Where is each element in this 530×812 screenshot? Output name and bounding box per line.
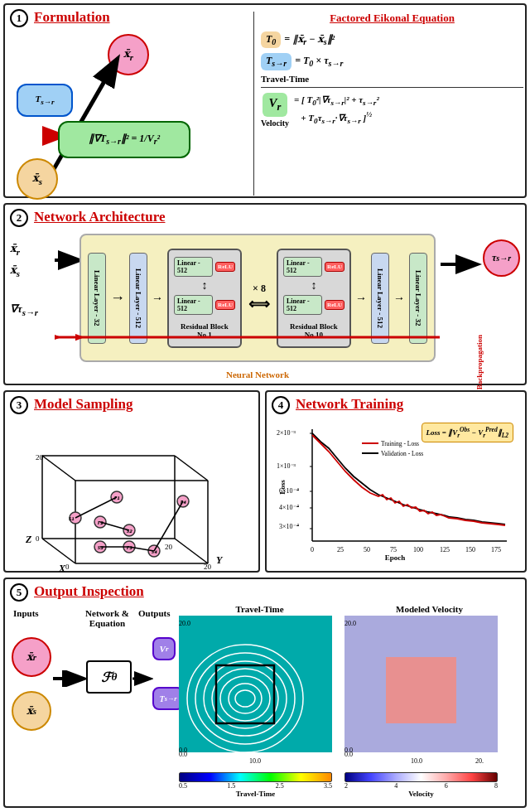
svg-text:Training - Loss: Training - Loss — [381, 440, 419, 447]
svg-text:20.0: 20.0 — [344, 620, 356, 627]
tsr-eq: = T0 × τs→r — [295, 55, 343, 68]
velocity-label: Velocity — [261, 118, 289, 128]
modeled-velocity-map: Modeled Velocity 20.0 0.0 0.0 10.0 20. 2… — [344, 604, 514, 798]
tsr-equation: Ts→r = T0 × τs→r — [261, 53, 523, 70]
mv-cb-max: 8 — [494, 782, 498, 790]
arrow-after-512a: → — [152, 292, 163, 305]
vr-label: Vr — [263, 93, 288, 117]
tt-title: Travel-Time — [179, 604, 340, 614]
mv-cb-mid2: 6 — [445, 782, 448, 790]
xs-bubble: x̄s — [17, 158, 58, 200]
x8-indicator: × 8 ⟺ — [245, 283, 273, 313]
arrow-after-res10: → — [355, 292, 367, 305]
sec5-io-diagram: Inputs Network &Equation Outputs x̄r x̄s… — [10, 604, 176, 803]
svg-text:20.: 20. — [475, 757, 484, 765]
svg-text:Z: Z — [25, 534, 32, 545]
res-block-1-inner: Linear - 512 ReLU ↕ Linear - 512 ReLU — [174, 257, 235, 315]
svg-text:75: 75 — [390, 546, 397, 553]
t0-label: T0 — [261, 31, 281, 48]
svg-text:0: 0 — [311, 546, 314, 553]
svg-text:Epoch: Epoch — [385, 553, 406, 562]
tt-cb-min: 0.5 — [179, 782, 187, 790]
tt-colormap-svg: 20.0 0.0 0.0 10.0 — [179, 616, 340, 769]
mv-cb-min: 2 — [344, 782, 348, 790]
travel-time-map: Travel-Time — [179, 604, 340, 798]
section4-title: Network Training — [296, 396, 403, 413]
input-to-f-arrow — [53, 670, 86, 687]
svg-rect-75 — [179, 616, 332, 752]
xr-input-bubble: x̄r — [12, 637, 51, 677]
svg-line-7 — [42, 539, 75, 563]
section5-header: 5 Output Inspection — [10, 583, 144, 602]
sec5-colormaps: Travel-Time — [179, 604, 523, 803]
section4-num: 4 — [272, 396, 290, 414]
tt-colorbar-label: Travel-Time — [179, 790, 332, 798]
tt-cb-mid2: 2.5 — [276, 782, 284, 790]
mv-cb-mid1: 4 — [394, 782, 398, 790]
res-linear-2: Linear - 512 ReLU — [174, 295, 235, 315]
mv-colorbar-label: Velocity — [344, 790, 498, 798]
xs-label: x̄s — [32, 172, 42, 186]
svg-text:150: 150 — [465, 546, 475, 553]
3d-plot: Z X Y 20 0 20 20 0 s₁ s₂ s₃ s₄ r₁ r₂ r₃ … — [9, 410, 249, 572]
svg-text:0: 0 — [36, 534, 40, 543]
section2-header: 2 Network Architecture — [10, 209, 165, 227]
section5-num: 5 — [10, 583, 28, 602]
chart-inner: Loss = ‖VrObs − VrPred‖L2 2×10⁻³ 1×10⁻³ … — [275, 421, 515, 566]
res-linear-10-2: Linear - 512 ReLU — [283, 295, 344, 315]
svg-text:10.0: 10.0 — [411, 757, 422, 765]
section-output-inspection: 5 Output Inspection Inputs Network &Equa… — [3, 578, 527, 808]
output-arrow — [441, 254, 482, 275]
svg-text:2×10⁻³: 2×10⁻³ — [277, 429, 296, 437]
mv-colorbar — [344, 772, 498, 782]
outputs-label: Outputs — [138, 608, 171, 618]
svg-text:25: 25 — [337, 546, 344, 553]
res-linear-10-1: Linear - 512 ReLU — [283, 257, 344, 277]
backprop-arrow — [75, 321, 444, 354]
loss-chart-svg: 2×10⁻³ 1×10⁻³ 6×10⁻⁴ 4×10⁻⁴ 3×10⁻⁴ 0 25 … — [275, 425, 511, 562]
svg-text:20: 20 — [36, 453, 44, 462]
formulation-equations: Factored Eikonal Equation T0 = ‖x̄r − x̄… — [253, 12, 523, 196]
input-nabla: ∇τs→r — [10, 302, 38, 315]
mv-title: Modeled Velocity — [344, 604, 514, 614]
section1-title: Formulation — [34, 9, 110, 26]
res-linear-1: Linear - 512 ReLU — [174, 257, 235, 277]
inputs-label: Inputs — [13, 608, 39, 618]
nn-label: Neural Network — [80, 370, 436, 379]
svg-text:175: 175 — [491, 546, 501, 553]
x8-label: × 8 — [253, 283, 266, 295]
xs-input-bubble: x̄s — [12, 691, 51, 731]
section-model-sampling: 3 Model Sampling Z X Y 20 0 20 20 0 s₁ — [3, 390, 260, 573]
svg-text:20.0: 20.0 — [179, 620, 190, 627]
t0-equation: T0 = ‖x̄r − x̄s‖² — [261, 31, 523, 48]
section-formulation: 1 Formulation x̄r Ts→r — [3, 3, 527, 198]
svg-text:0: 0 — [65, 563, 70, 571]
section2-num: 2 — [10, 209, 28, 227]
svg-text:10.0: 10.0 — [249, 757, 261, 765]
t0-eq: = ‖x̄r − x̄s‖² — [284, 33, 335, 46]
svg-text:20: 20 — [204, 563, 212, 571]
res-block-10-inner: Linear - 512 ReLU ↕ Linear - 512 ReLU — [283, 257, 344, 315]
svg-text:s₄: s₄ — [151, 548, 157, 555]
section1-header: 1 Formulation — [10, 9, 110, 27]
tt-cb-max: 3.5 — [324, 782, 332, 790]
section2-title: Network Architecture — [34, 209, 165, 225]
travel-time-label: Travel-Time — [261, 74, 523, 88]
input-xs: x̄s — [10, 263, 38, 278]
input-xr: x̄r — [10, 242, 38, 257]
nabla-bubble: ‖∇Ts→r‖² = 1/Vr² — [58, 121, 190, 158]
svg-text:20: 20 — [165, 543, 173, 551]
formulation-diagram: x̄r Ts→r — [8, 30, 248, 194]
svg-line-12 — [175, 456, 208, 481]
f-theta-block: ℱθ — [86, 660, 132, 694]
vr-output-bubble: Vr — [152, 637, 176, 660]
tau-output-bubble: τs→r — [483, 239, 520, 277]
vr-eq-text: = [ T0²|∇τs→r|² + τs→r² + T0τs→r·∇τs→r ]… — [294, 93, 379, 128]
backprop-label: Backpropagation — [475, 335, 484, 389]
svg-text:50: 50 — [364, 546, 370, 553]
svg-text:3×10⁻⁴: 3×10⁻⁴ — [279, 523, 299, 530]
f-to-output-arrow — [132, 670, 153, 687]
input-nabla-block: ∇τs→r — [10, 301, 38, 317]
training-chart: Loss = ‖VrObs − VrPred‖L2 2×10⁻³ 1×10⁻³ … — [275, 421, 515, 566]
factored-eikonal-title: Factored Eikonal Equation — [261, 12, 523, 25]
